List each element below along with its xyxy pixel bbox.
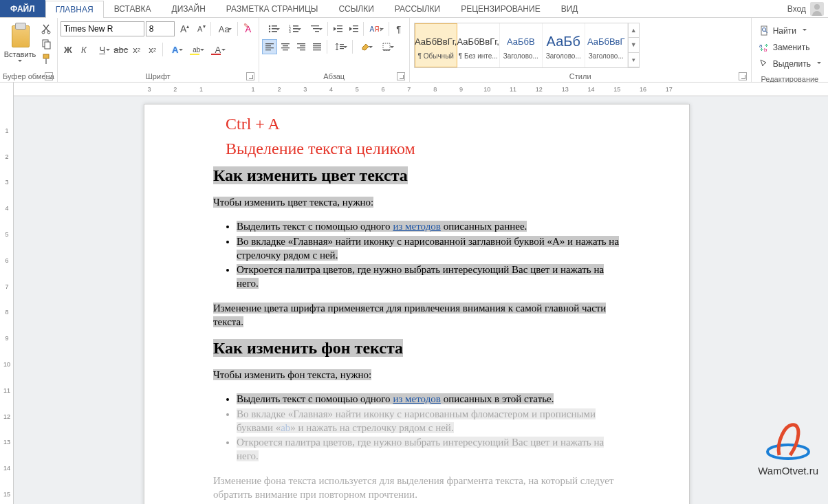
shading-button[interactable] xyxy=(355,39,375,54)
align-right-button[interactable] xyxy=(294,39,309,54)
avatar-icon xyxy=(810,2,824,16)
svg-point-52 xyxy=(767,445,809,459)
style-item-1[interactable]: АаБбВвГг,¶ Без инте... xyxy=(457,23,500,67)
select-button[interactable]: Выделить xyxy=(759,57,821,71)
svg-rect-37 xyxy=(297,47,305,48)
watermark: WamOtvet.ru xyxy=(758,421,818,476)
tab-mailings[interactable]: РАССЫЛКИ xyxy=(384,0,450,17)
decrease-indent-button[interactable] xyxy=(330,21,345,36)
underline-button[interactable]: Ч xyxy=(92,42,113,57)
tab-layout[interactable]: РАЗМЕТКА СТРАНИЦЫ xyxy=(216,0,329,17)
replace-button[interactable]: abЗаменить xyxy=(759,41,821,54)
link-methods-2[interactable]: из методов xyxy=(393,393,441,404)
tab-design[interactable]: ДИЗАЙН xyxy=(162,0,216,17)
superscript-button[interactable]: x2 xyxy=(145,42,160,57)
text-effects-button[interactable]: A xyxy=(165,42,186,57)
font-color-button[interactable]: A xyxy=(208,42,228,57)
ribbon-tabs: ФАЙЛ ГЛАВНАЯ ВСТАВКА ДИЗАЙН РАЗМЕТКА СТР… xyxy=(0,0,828,18)
format-painter-button[interactable] xyxy=(39,53,53,65)
bold-button[interactable]: Ж xyxy=(61,42,76,57)
group-clipboard: Вставить Буфер обмена xyxy=(0,18,58,82)
gallery-more[interactable]: ▾ xyxy=(629,53,639,67)
numbering-button[interactable]: 123 xyxy=(283,21,304,36)
borders-button[interactable] xyxy=(376,39,397,54)
svg-rect-45 xyxy=(340,48,344,49)
italic-button[interactable]: К xyxy=(76,42,91,57)
find-button[interactable]: Найти xyxy=(759,24,821,38)
copy-button[interactable] xyxy=(39,38,53,50)
paragraph-dialog-launcher[interactable] xyxy=(397,72,405,80)
style-item-4[interactable]: АаБбВвГЗаголово... xyxy=(585,23,628,67)
tab-insert[interactable]: ВСТАВКА xyxy=(104,0,162,17)
svg-rect-46 xyxy=(383,43,390,50)
font-dialog-launcher[interactable] xyxy=(246,72,254,80)
paste-button[interactable]: Вставить xyxy=(3,21,37,65)
clear-formatting-button[interactable]: A✎ xyxy=(241,21,256,36)
tab-home[interactable]: ГЛАВНАЯ xyxy=(45,1,104,18)
increase-indent-button[interactable] xyxy=(346,21,361,36)
multilevel-list-button[interactable] xyxy=(305,21,325,36)
link-methods-1[interactable]: из методов xyxy=(393,221,441,232)
horizontal-ruler[interactable]: 3211234567891011121314151617 xyxy=(14,83,828,96)
chevron-down-icon xyxy=(817,62,821,66)
tab-review[interactable]: РЕЦЕНЗИРОВАНИЕ xyxy=(450,0,550,17)
svg-rect-31 xyxy=(281,43,290,44)
clipboard-icon xyxy=(9,23,31,49)
group-editing: Найти abЗаменить Выделить Редактирование xyxy=(752,18,828,82)
align-left-button[interactable] xyxy=(262,39,277,54)
svg-rect-9 xyxy=(272,28,277,30)
svg-rect-27 xyxy=(265,43,274,44)
line-spacing-button[interactable] xyxy=(329,39,350,54)
tab-view[interactable]: ВИД xyxy=(551,0,589,17)
style-item-3[interactable]: АаБбЗаголово... xyxy=(543,23,585,67)
style-item-2[interactable]: АаБбВЗаголово... xyxy=(500,23,543,67)
font-name-select[interactable] xyxy=(61,21,144,36)
svg-rect-19 xyxy=(313,28,319,29)
svg-rect-24 xyxy=(353,25,358,26)
svg-rect-15 xyxy=(293,28,298,30)
group-styles: АаБбВвГг,¶ ОбычныйАаБбВвГг,¶ Без инте...… xyxy=(410,18,752,82)
svg-rect-48 xyxy=(761,26,767,35)
svg-rect-23 xyxy=(337,31,342,32)
svg-point-10 xyxy=(269,31,270,32)
show-marks-button[interactable]: ¶ xyxy=(391,21,406,36)
svg-rect-30 xyxy=(265,50,271,50)
strikethrough-button[interactable]: abc xyxy=(113,42,129,57)
justify-button[interactable] xyxy=(309,39,325,54)
login-label: Вход xyxy=(787,4,806,14)
change-case-button[interactable]: Aa xyxy=(214,21,235,36)
sort-button[interactable]: AЯ↓ xyxy=(366,21,386,36)
document-page[interactable]: Ctrl + A Выделение текста целиком Как из… xyxy=(144,104,690,504)
cut-button[interactable] xyxy=(39,23,53,35)
gallery-down[interactable]: ▼ xyxy=(629,38,639,52)
svg-rect-47 xyxy=(383,50,390,51)
heading-1: Как изменить цвет текста xyxy=(213,166,408,184)
chevron-down-icon xyxy=(18,60,22,64)
style-item-0[interactable]: АаБбВвГг,¶ Обычный xyxy=(415,23,457,67)
svg-rect-33 xyxy=(281,47,290,48)
svg-rect-42 xyxy=(313,50,321,50)
group-paragraph: 123 AЯ↓ ¶ Абзац xyxy=(259,18,410,82)
styles-dialog-launcher[interactable] xyxy=(739,72,747,80)
clipboard-dialog-launcher[interactable] xyxy=(45,72,53,80)
group-font: A▴ A▾ Aa A✎ Ж К Ч abc x2 x2 A ab A Шрифт xyxy=(58,18,259,82)
tab-references[interactable]: ССЫЛКИ xyxy=(328,0,384,17)
svg-point-8 xyxy=(269,28,270,30)
svg-rect-21 xyxy=(337,25,342,26)
highlight-button[interactable]: ab xyxy=(186,42,207,57)
svg-rect-7 xyxy=(272,25,277,27)
grow-font-button[interactable]: A▴ xyxy=(176,21,191,36)
font-size-select[interactable] xyxy=(146,21,175,36)
subscript-button[interactable]: x2 xyxy=(129,42,144,57)
login-area[interactable]: Вход xyxy=(787,0,828,17)
styles-gallery[interactable]: АаБбВвГг,¶ ОбычныйАаБбВвГг,¶ Без инте...… xyxy=(414,23,640,68)
align-center-button[interactable] xyxy=(278,39,293,54)
gallery-up[interactable]: ▲ xyxy=(629,23,639,38)
svg-point-49 xyxy=(762,28,765,32)
bullets-button[interactable] xyxy=(262,21,283,36)
svg-text:3: 3 xyxy=(289,30,291,34)
tab-file[interactable]: ФАЙЛ xyxy=(0,0,45,17)
vertical-ruler[interactable]: 123456789101112131415161718192021 xyxy=(0,83,14,504)
shrink-font-button[interactable]: A▾ xyxy=(193,21,208,36)
svg-rect-28 xyxy=(265,45,271,46)
